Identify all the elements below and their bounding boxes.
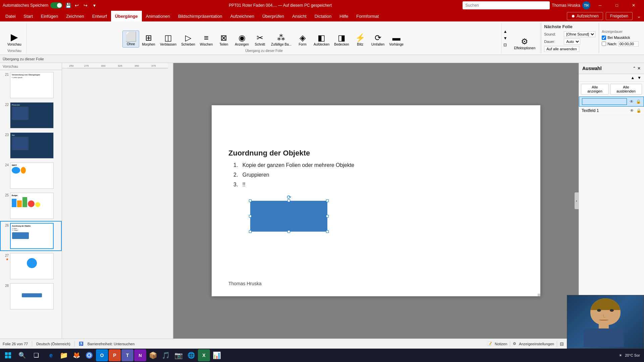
notizen-label[interactable]: Notizen — [495, 342, 507, 346]
slide-thumb-24[interactable]: 24 SWOT — [0, 161, 62, 191]
slide-thumb-28[interactable]: 28 — [0, 281, 62, 311]
restore-button[interactable]: □ — [609, 0, 625, 11]
tab-ansicht[interactable]: Ansicht — [288, 11, 311, 21]
record-button[interactable]: ⏺ Aufzeichnen — [567, 12, 603, 20]
selected-shape-container[interactable]: ⟳ — [250, 201, 327, 232]
transition-verblassen[interactable]: ◫ Verblassen — [158, 33, 178, 48]
tab-zeichnen[interactable]: Zeichnen — [62, 11, 88, 21]
transition-aufdecken[interactable]: ◧ Aufdecken — [312, 33, 331, 48]
transition-schieben[interactable]: ▷ Schieben — [179, 33, 197, 48]
slide-thumb-26[interactable]: 26 Zuordnung der Objekte 1. Kopie... 2. … — [0, 221, 62, 251]
visibility-icon-selected[interactable]: 👁 — [629, 99, 634, 104]
transition-form[interactable]: ◈ Form — [294, 33, 311, 48]
transition-ohne[interactable]: ⬜ Ohne — [122, 31, 139, 48]
minimize-button[interactable]: ─ — [592, 0, 608, 11]
panel-item-textfeld1[interactable]: Textfeld 1 👁 🔒 — [579, 107, 644, 115]
tab-entwurf[interactable]: Entwurf — [88, 11, 111, 21]
taskbar-app14[interactable]: 📊 — [211, 349, 223, 361]
handle-ml[interactable] — [249, 215, 252, 218]
mausklick-checkbox[interactable] — [602, 36, 606, 40]
auf-alle-anwenden-button[interactable]: Auf alle anwenden — [544, 46, 579, 52]
close-button[interactable]: ✕ — [626, 0, 641, 11]
slide-thumb-22[interactable]: 22 Phone text — [0, 100, 62, 130]
taskbar-app10[interactable]: 🎵 — [160, 349, 172, 361]
save-icon[interactable]: 💾 — [64, 2, 72, 9]
lock-icon-textfeld1[interactable]: 🔒 — [636, 108, 641, 113]
handle-tl[interactable] — [249, 199, 252, 202]
customize-icon[interactable]: ▾ — [91, 2, 98, 9]
search-taskbar-icon[interactable]: 🔍 — [15, 349, 29, 361]
tab-animationen[interactable]: Animationen — [142, 11, 174, 21]
handle-br[interactable] — [326, 230, 329, 233]
transition-vorhaenge[interactable]: ▬ Vorhänge — [387, 33, 406, 48]
transition-zufaellige[interactable]: ⁂ Zufällige Ba... — [269, 33, 293, 48]
freigeben-button[interactable]: Freigeben — [606, 12, 633, 20]
tab-aufzeichnen[interactable]: Aufzeichnen — [226, 11, 258, 21]
taskbar-onenote[interactable]: N — [134, 349, 146, 361]
tab-uebergaenge[interactable]: Übergänge — [111, 11, 142, 21]
handle-bm[interactable] — [287, 230, 290, 233]
panel-scroll-down-icon[interactable]: ▼ — [636, 75, 643, 81]
blue-rectangle[interactable] — [250, 201, 327, 232]
undo-icon[interactable]: ↩ — [73, 2, 80, 9]
scroll-up-icon[interactable]: ▲ — [503, 28, 508, 35]
search-input[interactable] — [463, 1, 550, 9]
transition-umfallen[interactable]: ⟳ Umfallen — [369, 33, 386, 48]
taskbar-chrome[interactable] — [83, 349, 95, 361]
sound-dropdown[interactable]: [Ohne Sound] — [564, 31, 595, 37]
user-avatar[interactable]: TH — [582, 1, 590, 9]
start-button[interactable] — [1, 349, 15, 361]
transition-schnitt[interactable]: ✂ Schnitt — [252, 33, 268, 48]
alle-anzeigen-button[interactable]: Alle anzeigen — [581, 84, 609, 95]
anzeigeeinstellungen-label[interactable]: Anzeigeeinstellungen — [519, 342, 554, 346]
handle-tr[interactable] — [326, 199, 329, 202]
redo-icon[interactable]: ↪ — [82, 2, 89, 9]
panel-collapse-icon[interactable]: ⌃ — [633, 66, 636, 71]
transition-blitz[interactable]: ⚡ Blitz — [352, 33, 369, 48]
slide-thumb-23[interactable]: 23 App — [0, 130, 62, 161]
slide-thumb-25[interactable]: 25 Budget — [0, 191, 62, 221]
taskbar-teams[interactable]: T — [121, 349, 133, 361]
nach-checkbox[interactable] — [602, 42, 606, 46]
lock-icon-selected[interactable]: 🔒 — [636, 99, 641, 104]
transition-bedecken[interactable]: ◨ Bedecken — [332, 33, 351, 48]
tab-hilfe[interactable]: Hilfe — [335, 11, 352, 21]
taskbar-firefox[interactable]: 🦊 — [70, 349, 83, 361]
tab-einfuegen[interactable]: Einfügen — [37, 11, 62, 21]
taskbar-explorer[interactable]: 📁 — [58, 349, 70, 361]
more-icon[interactable]: ⊡ — [503, 42, 508, 48]
tab-formformat[interactable]: Formformat — [352, 11, 383, 21]
transition-teilen[interactable]: ⊠ Teilen — [215, 33, 232, 48]
taskbar-powerpoint[interactable]: P — [109, 349, 121, 361]
transition-wischen[interactable]: ≡ Wischen — [198, 33, 215, 48]
tab-ueberpruefen[interactable]: Überprüfen — [258, 11, 288, 21]
autosave-toggle[interactable] — [50, 2, 62, 8]
effektoptionen-button[interactable]: ⚙ Effektoptionen — [512, 36, 537, 51]
taskbar-app9[interactable]: 📦 — [147, 349, 159, 361]
dauer-dropdown[interactable]: Auto — [564, 39, 580, 45]
taskview-icon[interactable]: ❏ — [30, 349, 43, 361]
tab-datei[interactable]: Datei — [1, 11, 19, 21]
panel-item-selected[interactable]: 👁 🔒 — [579, 97, 644, 107]
handle-tm[interactable] — [287, 199, 290, 202]
tab-start[interactable]: Start — [19, 11, 37, 21]
tab-dictation[interactable]: Dictation — [311, 11, 336, 21]
slide-canvas[interactable]: Zuordnung der Objekte 1. Kopie der ganze… — [212, 105, 540, 296]
slide-resize-handle[interactable] — [535, 291, 540, 296]
collapse-ribbon-icon[interactable]: ⌄ — [635, 12, 643, 20]
taskbar-app12[interactable]: 🌐 — [185, 349, 197, 361]
nach-value-input[interactable] — [619, 41, 639, 47]
transition-anzeigen[interactable]: ◉ Anzeigen — [233, 33, 251, 48]
panel-close-icon[interactable]: ✕ — [637, 66, 641, 71]
canvas-area[interactable]: Zuordnung der Objekte 1. Kopie der ganze… — [173, 63, 579, 339]
slide-thumb-27[interactable]: 27 — [0, 251, 62, 281]
transition-morphen[interactable]: ⊞ Morphen — [140, 33, 157, 48]
view-normal-icon[interactable]: ⊟ — [560, 341, 564, 347]
panel-item-name-input[interactable] — [582, 98, 627, 105]
tab-bildschirmpraesentation[interactable]: Bildschirmpräsentation — [174, 11, 226, 21]
scroll-down-icon[interactable]: ▼ — [503, 35, 508, 41]
panel-scroll-up-icon[interactable]: ▲ — [629, 75, 636, 81]
visibility-icon-textfeld1[interactable]: 👁 — [629, 108, 635, 113]
taskbar-app11[interactable]: 📷 — [172, 349, 184, 361]
taskbar-excel[interactable]: X — [198, 349, 210, 361]
